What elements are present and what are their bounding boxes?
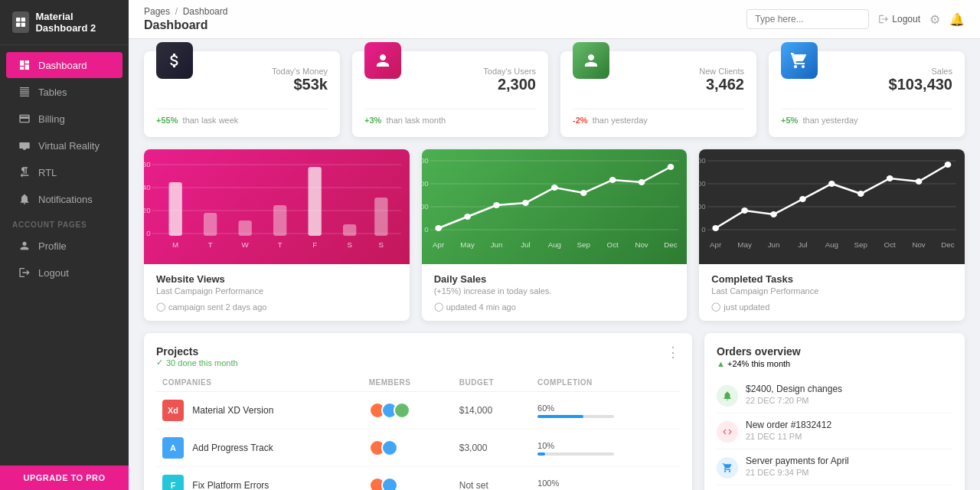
main-content: Pages / Dashboard Dashboard Logout ⚙ 🔔	[129, 0, 980, 490]
project-members-2	[363, 467, 453, 491]
project-budget-1: $3,000	[453, 430, 531, 467]
order-item-2: Server payments for April 21 DEC 9:34 PM	[717, 449, 952, 485]
svg-text:600: 600	[422, 157, 429, 165]
stat-footer-money: +55% than lask week	[156, 109, 328, 125]
order-name-0: $2400, Design changes	[746, 384, 842, 394]
col-completion: COMPLETION	[531, 374, 680, 392]
order-icon-0	[717, 385, 738, 407]
stat-footer-users: +3% than lask month	[364, 109, 536, 125]
svg-text:Apr: Apr	[710, 241, 721, 249]
svg-text:Nov: Nov	[635, 241, 648, 249]
upgrade-button[interactable]: UPGRADE TO PRO	[0, 466, 129, 490]
order-date-1: 21 DEC 11 PM	[746, 432, 831, 441]
svg-text:600: 600	[699, 157, 706, 165]
stat-card-money: Today's Money $53k +55% than lask week	[144, 51, 340, 137]
stat-icon-clients	[573, 42, 609, 79]
stat-card-users: Today's Users 2,300 +3% than lask month	[352, 51, 548, 137]
svg-rect-12	[168, 182, 181, 236]
avatar	[394, 402, 410, 419]
project-logo-1: A	[162, 437, 184, 459]
svg-text:Aug: Aug	[547, 241, 560, 249]
col-budget: BUDGET	[453, 374, 531, 392]
svg-point-34	[435, 225, 442, 231]
svg-text:S: S	[347, 241, 352, 249]
members-0	[369, 402, 447, 419]
project-logo-2: F	[162, 475, 184, 490]
svg-text:40: 40	[144, 184, 151, 191]
svg-point-61	[742, 207, 749, 214]
svg-point-65	[858, 191, 864, 197]
chart-subtitle-website-views: Last Campaign Performance	[156, 286, 397, 296]
svg-text:May: May	[460, 241, 475, 249]
projects-title: Projects	[156, 345, 238, 358]
sidebar-item-dashboard[interactable]: Dashboard	[6, 52, 122, 78]
svg-text:0: 0	[146, 230, 150, 237]
logo-icon	[12, 11, 29, 33]
svg-rect-17	[343, 224, 356, 236]
sidebar-title: Material Dashboard 2	[35, 11, 116, 34]
svg-rect-16	[308, 167, 321, 236]
orders-card: Orders overview ▲ +24% this month $2400,…	[704, 333, 965, 490]
topbar-left: Pages / Dashboard Dashboard	[144, 6, 227, 32]
sidebar-item-virtual-reality[interactable]: Virtual Reality	[6, 132, 122, 158]
order-item-0: $2400, Design changes 22 DEC 7:20 PM	[717, 377, 952, 413]
svg-text:0: 0	[702, 226, 706, 234]
project-members-1	[363, 430, 453, 467]
topbar-right: Logout ⚙ 🔔	[746, 9, 965, 29]
stats-row: Today's Money $53k +55% than lask week T…	[144, 51, 965, 137]
sidebar-item-rtl[interactable]: RTL	[6, 159, 122, 185]
svg-text:Sep: Sep	[854, 241, 867, 249]
projects-menu-button[interactable]: ⋮	[666, 345, 680, 359]
order-name-1: New order #1832412	[746, 420, 831, 430]
project-completion-0: 60%	[531, 392, 680, 430]
breadcrumb: Pages / Dashboard	[144, 6, 227, 17]
settings-icon[interactable]: ⚙	[929, 12, 940, 27]
chart-footer-completed-tasks: ◯ just updated	[711, 302, 952, 312]
chart-canvas-website-views: 60 40 20 0 M T	[144, 149, 410, 264]
projects-card: Projects ✓ 30 done this month ⋮ COMPANIE…	[144, 333, 692, 490]
order-icon-1	[717, 421, 738, 443]
sidebar-item-profile[interactable]: Profile	[6, 233, 122, 259]
svg-text:Oct: Oct	[606, 241, 619, 249]
svg-point-39	[580, 190, 587, 196]
stat-icon-users	[364, 42, 401, 79]
sidebar-item-logout[interactable]: Logout	[6, 260, 122, 286]
stat-footer-sales: +5% than yesterday	[781, 109, 952, 125]
chart-footer-website-views: ◯ campaign sent 2 days ago	[156, 302, 397, 312]
svg-text:Dec: Dec	[942, 241, 956, 249]
svg-text:200: 200	[699, 203, 706, 211]
svg-rect-14	[238, 220, 251, 236]
svg-point-66	[887, 175, 893, 181]
project-budget-2: Not set	[453, 467, 531, 491]
completion-pct-0: 60%	[537, 403, 674, 413]
svg-point-36	[493, 202, 500, 208]
stat-card-sales: Sales $103,430 +5% than yesterday	[769, 51, 965, 137]
search-input[interactable]	[746, 9, 869, 29]
project-completion-2: 100%	[531, 467, 680, 491]
order-item-1: New order #1832412 21 DEC 11 PM	[717, 413, 952, 449]
svg-point-38	[551, 185, 558, 191]
svg-point-37	[522, 200, 529, 206]
orders-subtitle: ▲ +24% this month	[717, 359, 952, 368]
svg-text:20: 20	[144, 207, 151, 214]
avatar	[381, 439, 398, 456]
chart-footer-daily-sales: ◯ updated 4 min ago	[434, 302, 675, 312]
svg-text:0: 0	[424, 226, 428, 234]
progress-fill-1	[537, 452, 545, 456]
sidebar-item-billing[interactable]: Billing	[6, 106, 122, 132]
content-area: Today's Money $53k +55% than lask week T…	[129, 39, 980, 490]
projects-header: Projects ✓ 30 done this month ⋮	[156, 345, 680, 368]
svg-point-62	[770, 211, 777, 217]
sidebar-item-notifications[interactable]: Notifications	[6, 186, 122, 212]
sidebar-item-tables[interactable]: Tables	[6, 79, 122, 105]
order-date-0: 22 DEC 7:20 PM	[746, 396, 842, 405]
svg-text:Dec: Dec	[664, 241, 678, 249]
notifications-icon[interactable]: 🔔	[949, 12, 965, 27]
chart-info-website-views: Website Views Last Campaign Performance …	[144, 264, 410, 321]
chart-title-completed-tasks: Completed Tasks	[711, 273, 952, 285]
svg-point-60	[713, 225, 720, 231]
col-members: MEMBERS	[363, 374, 453, 392]
svg-rect-13	[204, 213, 217, 236]
projects-table: COMPANIES MEMBERS BUDGET COMPLETION Xd M…	[156, 374, 680, 490]
logout-button[interactable]: Logout	[878, 14, 920, 24]
